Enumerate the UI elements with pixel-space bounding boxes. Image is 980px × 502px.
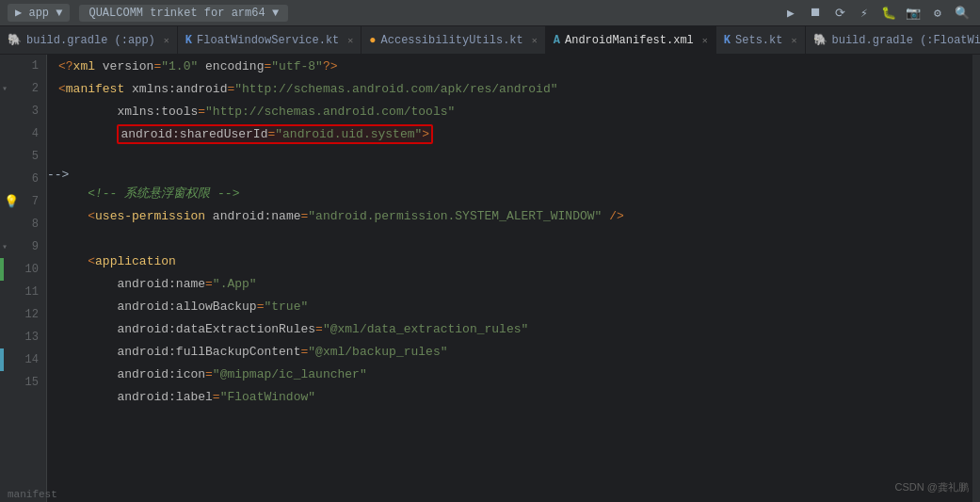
code-line-1: <?xml version="1.0" encoding="utf-8"?> — [47, 55, 972, 77]
code-line-8 — [47, 227, 972, 250]
device-arrow: ▼ — [272, 7, 279, 20]
xml-allow-backup-val: "true" — [264, 300, 308, 314]
app-label: ▶ app — [15, 7, 49, 20]
line-number-5: 5 — [32, 150, 39, 163]
camera-button[interactable]: 📷 — [903, 3, 924, 24]
xml-label-eq: = — [213, 390, 220, 404]
tab-icon-gradle-float: 🐘 — [813, 33, 827, 47]
xml-allow-backup-attr: android:allowBackup — [117, 300, 256, 314]
tab-icon-sets: K — [724, 34, 731, 47]
line-number-14: 14 — [25, 353, 39, 366]
tab-accessibility-utils[interactable]: ● AccessibilityUtils.kt ✕ — [361, 26, 545, 55]
xml-app-name-eq: = — [205, 277, 213, 291]
scrollbar[interactable] — [972, 55, 980, 502]
xml-data-extraction-eq: = — [315, 322, 323, 336]
line-number-3: 3 — [32, 105, 39, 118]
tab-float-window-service[interactable]: K FloatWindowService.kt ✕ — [178, 26, 361, 55]
line-number-13: 13 — [25, 331, 39, 344]
xml-data-extraction-val: "@xml/data_extraction_rules" — [323, 322, 528, 336]
xml-icon-val: "@mipmap/ic_launcher" — [213, 367, 367, 381]
tab-android-manifest[interactable]: A AndroidManifest.xml ✕ — [546, 26, 716, 55]
xml-app-name-attr: android:name — [117, 277, 205, 291]
line-number-6: 6 — [32, 172, 39, 186]
xml-xmlns-android-attr: xmlns:android — [124, 82, 227, 96]
xml-label-attr: android:label — [117, 390, 212, 404]
xml-eq2: = — [264, 59, 271, 73]
gutter-line-4: 4 — [0, 122, 46, 145]
xml-app-open-bracket: < — [88, 254, 95, 268]
tab-icon-manifest: A — [554, 34, 560, 47]
code-editor[interactable]: <?xml version="1.0" encoding="utf-8"?> <… — [47, 55, 972, 502]
code-line-4: android:sharedUserId="android.uid.system… — [47, 122, 972, 145]
gutter-bar-10 — [0, 258, 4, 281]
xml-data-extraction-attr: android:dataExtractionRules — [117, 322, 315, 336]
line-number-12: 12 — [25, 308, 39, 321]
xml-tools-url: "http://schemas.android.com/tools" — [205, 105, 455, 119]
xml-xmlns-tools-attr: xmlns:tools — [117, 105, 198, 119]
gutter-line-6: 6 — [0, 168, 46, 190]
sync-button[interactable]: ⟳ — [829, 3, 850, 24]
code-line-10: android:name=".App" — [47, 272, 972, 295]
xml-uses-perm-eq: = — [300, 209, 308, 223]
code-line-6: <!-- 系统悬浮窗权限 --> — [47, 182, 972, 204]
tab-label-accessibility: AccessibilityUtils.kt — [381, 34, 523, 47]
code-line-7: <uses-permission android:name="android.p… — [47, 204, 972, 227]
gutter-line-11: 11 — [0, 281, 46, 303]
fold-icon-9[interactable]: ▾ — [2, 241, 8, 252]
xml-comment-window: <!-- 系统悬浮窗权限 --> — [88, 185, 239, 202]
tab-icon-accessibility: ● — [369, 34, 376, 47]
tab-build-gradle-app[interactable]: 🐘 build.gradle (:app) ✕ — [0, 26, 178, 55]
settings-icon[interactable]: ⚙ — [927, 3, 948, 24]
line-number-8: 8 — [32, 218, 39, 231]
line-number-15: 15 — [25, 376, 39, 389]
device-selector[interactable]: QUALCOMM trinket for arm64 ▼ — [79, 5, 288, 22]
tab-label-build-gradle-app: build.gradle (:app) — [26, 34, 155, 47]
watermark: CSDN @龚礼鹏 — [895, 480, 969, 494]
xml-uses-perm-close: /> — [602, 209, 623, 223]
line-number-10: 10 — [25, 263, 39, 276]
tab-close-build-gradle-app[interactable]: ✕ — [164, 35, 169, 46]
xml-pi-tag: xml — [73, 59, 95, 73]
search-icon[interactable]: 🔍 — [952, 3, 972, 24]
xml-uses-perm-name-attr: android:name — [205, 209, 300, 223]
top-bar: ▶ app ▼ QUALCOMM trinket for arm64 ▼ ▶ ⏹… — [0, 0, 980, 26]
lightning-button[interactable]: ⚡ — [854, 3, 875, 24]
editor-container: 1 ▾ 2 3 4 5 6 💡 7 8 — [0, 55, 980, 502]
tab-build-gradle-float[interactable]: 🐘 build.gradle (:FloatWindow) ✕ — [806, 26, 980, 55]
gutter-line-5: 5 — [0, 145, 46, 168]
app-selector[interactable]: ▶ app ▼ — [8, 4, 70, 22]
tab-close-sets[interactable]: ✕ — [791, 35, 796, 46]
filename-label: manifest — [8, 489, 57, 500]
xml-app-name-val: ".App" — [213, 277, 257, 291]
xml-shared-close: > — [422, 127, 429, 141]
tab-close-float[interactable]: ✕ — [347, 35, 353, 46]
stop-button[interactable]: ⏹ — [805, 3, 826, 24]
xml-full-backup-attr: android:fullBackupContent — [117, 345, 300, 359]
tab-close-accessibility[interactable]: ✕ — [532, 35, 538, 46]
xml-tools-eq: = — [198, 105, 205, 119]
tab-close-manifest[interactable]: ✕ — [702, 35, 708, 46]
line-number-11: 11 — [25, 285, 39, 299]
line-number-2: 2 — [32, 82, 39, 95]
xml-label-val: "FloatWindow" — [220, 390, 315, 404]
xml-icon-eq: = — [205, 367, 213, 381]
xml-allow-backup-eq: = — [257, 300, 265, 314]
run-button[interactable]: ▶ — [780, 3, 801, 24]
xml-uses-perm-open: < — [88, 209, 95, 223]
debug-button[interactable]: 🐛 — [878, 3, 899, 24]
code-line-15: android:label="FloatWindow" — [47, 385, 972, 408]
gutter-line-1: 1 — [0, 55, 46, 77]
fold-icon-2[interactable]: ▾ — [2, 83, 8, 94]
line-number-4: 4 — [32, 127, 39, 140]
line-number-1: 1 — [32, 59, 39, 73]
xml-manifest-tag: manifest — [66, 82, 124, 96]
line-number-9: 9 — [32, 240, 39, 253]
tab-label-sets: Sets.kt — [735, 34, 782, 47]
xml-full-backup-eq: = — [300, 345, 308, 359]
tab-sets-kt[interactable]: K Sets.kt ✕ — [716, 26, 806, 55]
gutter-line-9: ▾ 9 — [0, 235, 46, 258]
xml-pi-open: <? — [58, 59, 73, 73]
gutter-line-12: 12 — [0, 303, 46, 326]
xml-eq1: = — [153, 59, 161, 73]
gutter-line-8: 8 — [0, 213, 46, 235]
